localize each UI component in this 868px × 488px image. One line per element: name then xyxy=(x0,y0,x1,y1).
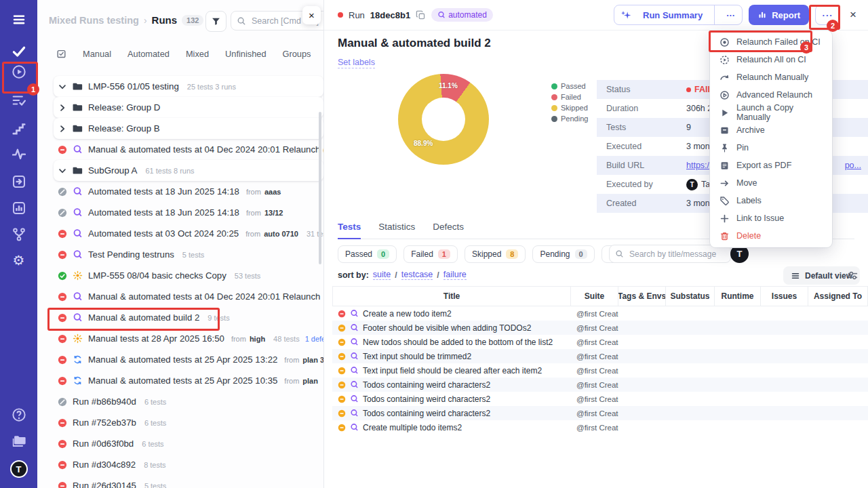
column-header-tags-envs[interactable]: Tags & Envs xyxy=(618,286,666,306)
set-labels-link[interactable]: Set labels xyxy=(338,58,375,68)
list-check-icon[interactable] xyxy=(12,93,26,108)
tab-defects[interactable]: Defects xyxy=(433,222,464,239)
column-header-title[interactable]: Title xyxy=(332,286,571,306)
sort-link-failure[interactable]: failure xyxy=(443,270,467,280)
analytics-icon[interactable] xyxy=(12,201,26,216)
menu-item-move[interactable]: Move xyxy=(710,174,832,192)
run-row[interactable]: Manual & automated build 29 tests xyxy=(37,307,323,328)
check-icon[interactable] xyxy=(12,44,26,59)
table-row[interactable]: Create multiple todo items2@first Create… xyxy=(332,420,868,434)
play-circle-icon[interactable] xyxy=(12,64,26,79)
menu-item-archive[interactable]: Archive xyxy=(710,121,832,139)
detail-close-button[interactable]: × xyxy=(848,8,859,22)
column-header-substatus[interactable]: Substatus xyxy=(666,286,715,306)
assignee-avatar[interactable]: T xyxy=(730,245,749,263)
pill-pending[interactable]: Pending0 xyxy=(532,245,594,263)
run-row[interactable]: Run #0d63f0bd6 tests xyxy=(37,433,323,454)
run-row[interactable]: Manual & automated tests at 25 Apr 2025 … xyxy=(37,370,323,391)
table-row[interactable]: Text input field should be cleared after… xyxy=(332,363,868,378)
run-row[interactable]: Manual & automated tests at 04 Dec 2024 … xyxy=(37,139,323,160)
group-row[interactable]: LMP-556 01/05 testing25 tests 3 runs xyxy=(54,76,323,97)
run-row[interactable]: Manual & automated tests at 04 Dec 2024 … xyxy=(37,286,323,307)
column-header-issues[interactable]: Issues xyxy=(761,286,808,306)
menu-item-export-as-pdf[interactable]: Export as PDF xyxy=(710,157,832,174)
tab-tests[interactable]: Tests xyxy=(338,222,361,239)
group-row[interactable]: SubGroup A61 tests 8 runs xyxy=(54,160,323,181)
table-row[interactable]: Footer should be visible when adding TOD… xyxy=(332,321,868,335)
tab-statistics[interactable]: Statistics xyxy=(378,222,415,239)
menu-item-launch-a-copy-manually[interactable]: Launch a Copy Manually xyxy=(710,104,832,121)
run-row[interactable]: Test Pending testruns5 tests xyxy=(37,244,323,265)
gear-icon[interactable]: ⚙ xyxy=(13,253,25,267)
group-row[interactable]: Release: Group B xyxy=(54,118,323,139)
runs-tab-unfinished[interactable]: Unfinished xyxy=(225,49,266,59)
run-row[interactable]: Automated tests at 18 Jun 2025 14:18from… xyxy=(37,202,323,223)
info-value[interactable]: https:/ xyxy=(686,161,709,170)
run-row[interactable]: Run #752eb37b6 tests xyxy=(37,412,323,433)
column-header-suite[interactable]: Suite xyxy=(571,286,618,306)
menu-item-relaunch-failed-on-ci[interactable]: Relaunch Failed on CI xyxy=(710,33,832,51)
runs-tab-manual[interactable]: Manual xyxy=(83,49,111,59)
build-url-tail[interactable]: po... xyxy=(845,161,861,170)
tests-search[interactable] xyxy=(609,245,731,263)
run-row[interactable]: LMP-555 08/04 basic checks Copy53 tests xyxy=(37,265,323,286)
menu-item-link-to-issue[interactable]: Link to Issue xyxy=(710,209,832,227)
folders-icon[interactable] xyxy=(12,434,26,449)
archive-icon xyxy=(719,125,730,136)
breadcrumb-project[interactable]: Mixed Runs testing xyxy=(49,15,139,26)
pill-skipped[interactable]: Skipped8 xyxy=(465,245,526,263)
runs-scrollbar[interactable] xyxy=(319,112,321,264)
runs-tab-mixed[interactable]: Mixed xyxy=(186,49,209,59)
select-runs-icon[interactable] xyxy=(56,49,66,59)
column-settings-icon[interactable] xyxy=(847,270,859,281)
import-icon[interactable] xyxy=(12,174,26,189)
menu-item-pin[interactable]: Pin xyxy=(710,139,832,157)
report-button[interactable]: Report xyxy=(749,5,809,25)
copy-icon[interactable] xyxy=(416,10,426,20)
run-summary-more-button[interactable]: ··· xyxy=(719,5,742,24)
info-value: 3 mon xyxy=(686,142,710,151)
runs-tab-groups[interactable]: Groups xyxy=(283,49,311,59)
table-row[interactable]: Text input should be trimmed2@first Crea… xyxy=(332,349,868,363)
pill-failed[interactable]: Failed1 xyxy=(403,245,458,263)
help-icon[interactable] xyxy=(12,407,26,422)
column-header-runtime[interactable]: Runtime xyxy=(715,286,761,306)
run-row[interactable]: Run #d304c8928 tests xyxy=(37,454,323,475)
table-row[interactable]: Todos containing weird characters2@first… xyxy=(332,406,868,420)
defects-count[interactable]: 1 defects xyxy=(305,335,323,343)
pulse-icon[interactable] xyxy=(12,146,26,161)
table-row[interactable]: Create a new todo item2@first Create ... xyxy=(332,306,868,321)
menu-item-relaunch-all-on-ci[interactable]: Relaunch All on CI xyxy=(710,51,832,68)
run-row[interactable]: Run #26d301455 tests xyxy=(37,475,323,488)
sort-link-suite[interactable]: suite xyxy=(373,270,391,280)
sort-link-testcase[interactable]: testcase xyxy=(401,270,433,280)
menu-item-advanced-relaunch[interactable]: Advanced Relaunch xyxy=(710,86,832,104)
table-row[interactable]: Todos containing weird characters2@first… xyxy=(332,378,868,392)
column-header-assigned-to[interactable]: Assigned To xyxy=(808,286,868,306)
run-row[interactable]: Automated tests at 18 Jun 2025 14:18from… xyxy=(37,181,323,202)
more-actions-button[interactable]: ··· xyxy=(815,5,840,25)
table-row[interactable]: New todos should be added to the bottom … xyxy=(332,335,868,349)
hamburger-icon[interactable] xyxy=(12,12,26,27)
pill-passed[interactable]: Passed0 xyxy=(338,245,397,263)
branch-icon[interactable] xyxy=(12,227,26,242)
runs-tab-automated[interactable]: Automated xyxy=(127,49,170,59)
run-row[interactable]: Manual tests at 28 Apr 2025 16:50fromhig… xyxy=(37,328,323,349)
run-row[interactable]: Run #b86b940d6 tests xyxy=(37,391,323,412)
runs-panel-close-button[interactable]: × xyxy=(302,6,321,24)
automated-label-badge[interactable]: automated xyxy=(431,8,493,22)
labels-icon xyxy=(719,196,730,206)
steps-icon[interactable] xyxy=(12,121,26,136)
tests-search-input[interactable] xyxy=(628,249,725,260)
group-row[interactable]: Release: Group D xyxy=(54,97,323,118)
run-row[interactable]: Automated tests at 03 Oct 2024 20:25from… xyxy=(37,223,323,244)
workspace-logo-avatar[interactable]: T xyxy=(10,460,28,478)
run-summary-button[interactable]: Run Summary ··· xyxy=(614,5,743,25)
menu-item-labels[interactable]: Labels xyxy=(710,192,832,209)
menu-item-delete[interactable]: Delete xyxy=(710,227,832,245)
filter-button[interactable] xyxy=(205,11,226,32)
breadcrumb-section[interactable]: Runs xyxy=(152,14,178,26)
run-row[interactable]: Manual & automated tests at 25 Apr 2025 … xyxy=(37,349,323,370)
table-row[interactable]: Todos containing weird characters2@first… xyxy=(332,392,868,406)
menu-item-relaunch-manually[interactable]: Relaunch Manually xyxy=(710,68,832,86)
